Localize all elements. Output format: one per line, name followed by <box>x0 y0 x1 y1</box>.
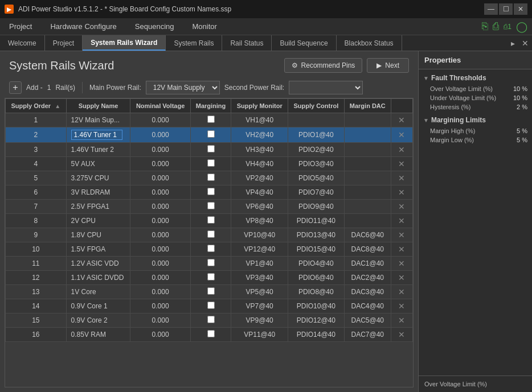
margining-checkbox[interactable] <box>207 259 215 266</box>
table-row[interactable]: 121.1V ASIC DVDD0.000VP3@40PDIO6@40DAC2@… <box>6 271 413 285</box>
table-row[interactable]: 53.275V CPU0.000VP2@40PDIO5@40✕ <box>6 171 413 185</box>
clock-icon[interactable]: ◯ <box>516 20 527 33</box>
minimize-button[interactable]: — <box>484 3 498 15</box>
cell-margining[interactable] <box>190 228 231 242</box>
delete-row-button[interactable]: ✕ <box>396 130 407 139</box>
main-power-rail-select[interactable]: 12V Main Supply <box>146 81 220 94</box>
margining-checkbox[interactable] <box>207 302 215 309</box>
tab-rail-status[interactable]: Rail Status <box>222 35 272 51</box>
cell-delete[interactable]: ✕ <box>391 157 412 171</box>
cell-margining[interactable] <box>190 313 231 328</box>
cell-delete[interactable]: ✕ <box>391 285 412 299</box>
cell-margining[interactable] <box>190 113 231 127</box>
cell-margining[interactable] <box>190 171 231 185</box>
delete-row-button[interactable]: ✕ <box>396 202 407 211</box>
cell-delete[interactable]: ✕ <box>391 228 412 242</box>
delete-row-button[interactable]: ✕ <box>396 159 407 168</box>
tab-build-sequence[interactable]: Build Sequence <box>272 35 336 51</box>
delete-row-button[interactable]: ✕ <box>396 330 407 339</box>
maximize-button[interactable]: ☐ <box>499 3 513 15</box>
delete-row-button[interactable]: ✕ <box>396 145 407 154</box>
margining-limits-header[interactable]: ▼ Margining Limits <box>423 116 527 124</box>
table-row[interactable]: 131V Core0.000VP5@40PDIO8@40DAC3@40✕ <box>6 285 413 299</box>
table-row[interactable]: 111.2V ASIC VDD0.000VP1@40PDIO4@40DAC1@4… <box>6 257 413 271</box>
cell-delete[interactable]: ✕ <box>391 299 412 313</box>
cell-delete[interactable]: ✕ <box>391 171 412 185</box>
cell-margining[interactable] <box>190 271 231 285</box>
table-row[interactable]: 112V Main Sup...0.000VH1@40✕ <box>6 113 413 127</box>
cell-delete[interactable]: ✕ <box>391 185 412 200</box>
delete-row-button[interactable]: ✕ <box>396 188 407 197</box>
recommend-pins-button[interactable]: ⚙ Recommend Pins <box>284 58 363 73</box>
next-button[interactable]: ▶ Next <box>367 58 409 73</box>
delete-row-button[interactable]: ✕ <box>396 230 407 240</box>
cell-delete[interactable]: ✕ <box>391 313 412 328</box>
margining-checkbox[interactable] <box>207 330 215 337</box>
delete-row-button[interactable]: ✕ <box>396 216 407 225</box>
cell-margining[interactable] <box>190 285 231 299</box>
cell-margining[interactable] <box>190 257 231 271</box>
margining-checkbox[interactable] <box>207 273 215 280</box>
menu-monitor[interactable]: Monitor <box>187 20 221 33</box>
col-header-order[interactable]: Supply Order ▲ <box>6 99 67 113</box>
cell-name[interactable] <box>66 127 130 143</box>
supply-table-container[interactable]: Supply Order ▲ Supply Name Nominal Volta… <box>5 98 414 387</box>
margining-checkbox[interactable] <box>207 316 215 323</box>
margining-checkbox[interactable] <box>207 130 215 138</box>
table-row[interactable]: 150.9V Core 20.000VP9@40PDIO12@40DAC5@40… <box>6 313 413 328</box>
cell-margining[interactable] <box>190 185 231 200</box>
margining-checkbox[interactable] <box>207 115 215 123</box>
table-row[interactable]: 31.46V Tuner 20.000VH3@40PDIO2@40✕ <box>6 143 413 157</box>
cell-delete[interactable]: ✕ <box>391 200 412 214</box>
second-power-rail-select[interactable] <box>289 81 363 94</box>
cell-delete[interactable]: ✕ <box>391 271 412 285</box>
cell-delete[interactable]: ✕ <box>391 113 412 127</box>
margining-checkbox[interactable] <box>207 245 215 252</box>
delete-row-button[interactable]: ✕ <box>396 273 407 282</box>
table-row[interactable]: 20.000VH2@40PDIO1@40✕ <box>6 127 413 143</box>
margining-checkbox[interactable] <box>207 188 215 195</box>
cell-delete[interactable]: ✕ <box>391 242 412 257</box>
cell-margining[interactable] <box>190 242 231 257</box>
tab-close-button[interactable]: ✕ <box>518 38 532 49</box>
table-row[interactable]: 101.5V FPGA0.000VP12@40PDIO15@40DAC8@40✕ <box>6 242 413 257</box>
cell-delete[interactable]: ✕ <box>391 127 412 143</box>
table-row[interactable]: 72.5V FPGA10.000VP6@40PDIO9@40✕ <box>6 200 413 214</box>
tab-blackbox-status[interactable]: Blackbox Status <box>337 35 402 51</box>
name-input[interactable] <box>71 130 122 140</box>
pin-icon[interactable]: ▸ <box>508 38 518 49</box>
cell-margining[interactable] <box>190 214 231 228</box>
delete-row-button[interactable]: ✕ <box>396 174 407 183</box>
cell-margining[interactable] <box>190 157 231 171</box>
delete-row-button[interactable]: ✕ <box>396 259 407 268</box>
cell-delete[interactable]: ✕ <box>391 143 412 157</box>
cell-margining[interactable] <box>190 143 231 157</box>
margining-checkbox[interactable] <box>207 230 215 238</box>
margining-checkbox[interactable] <box>207 145 215 152</box>
cell-margining[interactable] <box>190 200 231 214</box>
menu-hardware-configure[interactable]: Hardware Configure <box>46 20 121 33</box>
delete-row-button[interactable]: ✕ <box>396 302 407 311</box>
menu-project[interactable]: Project <box>5 20 36 33</box>
margining-checkbox[interactable] <box>207 216 215 224</box>
delete-row-button[interactable]: ✕ <box>396 115 407 125</box>
table-row[interactable]: 160.85V RAM0.000VP11@40PDIO14@40DAC7@40✕ <box>6 328 413 342</box>
delete-row-button[interactable]: ✕ <box>396 316 407 325</box>
cell-delete[interactable]: ✕ <box>391 328 412 342</box>
tab-system-rails[interactable]: System Rails <box>166 35 222 51</box>
chip-icon-2[interactable]: ⎙ <box>493 20 499 32</box>
cell-delete[interactable]: ✕ <box>391 214 412 228</box>
delete-row-button[interactable]: ✕ <box>396 245 407 254</box>
margining-checkbox[interactable] <box>207 159 215 167</box>
cell-margining[interactable] <box>190 328 231 342</box>
margining-checkbox[interactable] <box>207 202 215 209</box>
margining-checkbox[interactable] <box>207 287 215 295</box>
tab-project[interactable]: Project <box>45 35 83 51</box>
chip-icon-1[interactable]: ⎘ <box>482 20 488 32</box>
close-button[interactable]: ✕ <box>514 3 527 15</box>
table-row[interactable]: 63V RLDRAM0.000VP4@40PDIO7@40✕ <box>6 185 413 200</box>
cell-margining[interactable] <box>190 127 231 143</box>
fault-thresholds-header[interactable]: ▼ Fault Thresholds <box>423 74 527 82</box>
cell-margining[interactable] <box>190 299 231 313</box>
tab-system-rails-wizard[interactable]: System Rails Wizard <box>83 35 166 51</box>
